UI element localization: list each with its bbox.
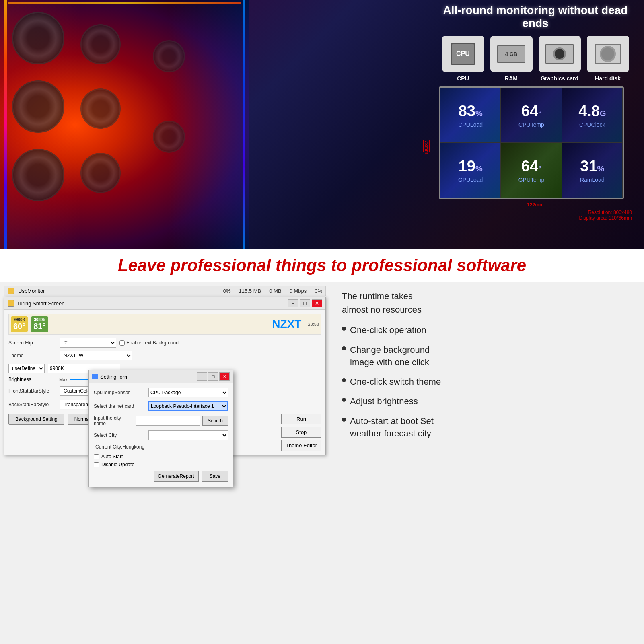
- info-dot-3: [342, 398, 346, 402]
- right-panel: All-round monitoring without dead ends C…: [439, 4, 632, 221]
- resolution-label: Resolution: 800x480: [439, 210, 632, 215]
- width-dimension: 122mm: [527, 202, 543, 208]
- disable-update-checkbox[interactable]: [94, 462, 99, 467]
- taskbar-app-name: UsbMonitor: [18, 288, 45, 294]
- taskbar-icon: [8, 288, 14, 294]
- back-bar-label: BackStatuBarStyle: [8, 402, 57, 407]
- taskbar: UsbMonitor 0% 115.5 MB 0 MB 0 Mbps 0%: [4, 286, 326, 296]
- taskbar-cpu: 0%: [223, 288, 231, 294]
- taskbar-memory: 115.5 MB: [239, 288, 261, 294]
- info-text-3: Adjust brightness: [350, 395, 418, 408]
- harddisk-label: Hard disk: [587, 75, 629, 82]
- cpu-clock-label: CPUClock: [579, 121, 605, 128]
- pc-image: [0, 0, 249, 249]
- net-card-select[interactable]: Loopback Pseudo-Interface 1: [148, 401, 228, 411]
- disable-update-row: Disable Update: [94, 462, 228, 467]
- search-button[interactable]: Search: [202, 416, 228, 426]
- cpu-load-label: CPULoad: [458, 121, 483, 128]
- auto-start-row: Auto Start: [94, 454, 228, 459]
- theme-label: Theme: [8, 353, 57, 358]
- height-dimension: 78mm: [424, 140, 429, 154]
- ram-load-cell: 31 % RamLoad: [562, 143, 623, 198]
- stop-button[interactable]: Stop: [281, 427, 321, 438]
- info-dot-1: [342, 346, 346, 350]
- dialog-controls[interactable]: − □ ✕: [197, 372, 230, 381]
- window-icon: [8, 300, 14, 307]
- theme-editor-button[interactable]: Theme Editor: [281, 440, 321, 451]
- minimize-button[interactable]: −: [288, 299, 298, 307]
- ram-label: RAM: [490, 75, 533, 82]
- cpu-temp-sensor-row: CpuTempSensor CPU Package: [94, 388, 228, 397]
- dialog-minimize-button[interactable]: −: [197, 372, 207, 381]
- dialog-close-button[interactable]: ✕: [219, 372, 230, 381]
- select-city-label: Select City: [94, 432, 146, 438]
- auto-start-checkbox[interactable]: [94, 454, 99, 459]
- cpu-temp-sensor-label: CpuTempSensor: [94, 390, 146, 395]
- city-name-input[interactable]: [136, 416, 200, 426]
- hw-icons-row: CPU 4 GB: [439, 36, 632, 72]
- gpu-load-value: 19: [459, 158, 475, 175]
- cpu-label: CPU: [442, 75, 484, 82]
- preview-gpu-label: 3080ti: [34, 317, 45, 322]
- enable-text-bg-checkbox[interactable]: [119, 340, 125, 346]
- current-city-text: Current City:Hongkong: [95, 444, 228, 450]
- gpu-load-label: GPULoad: [458, 177, 483, 183]
- hdd-icon-box: [587, 36, 629, 72]
- window-titlebar: Turing Smart Screen − □ ✕: [4, 297, 325, 310]
- bottom-section: UsbMonitor 0% 115.5 MB 0 MB 0 Mbps 0% Tu…: [0, 282, 644, 644]
- ram-load-unit: %: [597, 164, 605, 173]
- city-name-label: Input the city name: [94, 415, 133, 426]
- cpu-load-cell: 83 % CPULoad: [440, 88, 501, 143]
- gpu-load-unit: %: [475, 164, 483, 173]
- close-button[interactable]: ✕: [312, 299, 322, 307]
- ram-icon-box: 4 GB: [490, 36, 533, 72]
- save-button[interactable]: Save: [202, 471, 228, 482]
- info-item-2: One-click switch theme: [342, 376, 632, 388]
- taskbar-memory2: 0 MB: [269, 288, 281, 294]
- screen-flip-select[interactable]: 0°: [60, 338, 116, 348]
- app-area: UsbMonitor 0% 115.5 MB 0 MB 0 Mbps 0% Tu…: [0, 282, 330, 644]
- net-card-row: Select the net card Loopback Pseudo-Inte…: [94, 401, 228, 411]
- screen-flip-label: Screen Flip: [8, 340, 57, 346]
- info-text-4: Auto-start at boot Setweather forecast c…: [350, 415, 434, 440]
- info-item-1: Change backgroundimage with one click: [342, 344, 632, 369]
- gpu-load-cell: 19 % GPULoad: [440, 143, 501, 198]
- dialog-maximize-button[interactable]: □: [208, 372, 218, 381]
- theme-row: Theme NZXT_W: [8, 351, 321, 360]
- cpu-clock-value: 4.8: [578, 103, 600, 120]
- user-define-select[interactable]: userDefine1: [8, 364, 45, 373]
- select-city-row: Select City: [94, 430, 228, 440]
- promo-section: Leave professional things to professiona…: [0, 249, 644, 282]
- cpu-temp-sensor-select[interactable]: CPU Package: [148, 388, 228, 397]
- gpu-temp-unit: °: [538, 164, 541, 173]
- info-panel: The runtime takes almost no resources On…: [330, 282, 644, 644]
- runtime-text: The runtime takes almost no resources: [342, 290, 632, 316]
- info-item-3: Adjust brightness: [342, 395, 632, 408]
- info-text-1: Change backgroundimage with one click: [350, 344, 430, 369]
- window-title: Turing Smart Screen: [16, 300, 64, 307]
- screen-flip-row: Screen Flip 0° Enable Text Background: [8, 338, 321, 348]
- maximize-button[interactable]: □: [300, 299, 310, 307]
- preview-gpu-temp: 81°: [33, 322, 45, 331]
- preview-brand: NZXT: [272, 318, 301, 331]
- theme-select[interactable]: NZXT_W: [60, 351, 132, 360]
- info-text-0: One-click operation: [350, 324, 426, 337]
- run-button[interactable]: Run: [281, 414, 321, 424]
- city-name-row: Input the city name Search: [94, 415, 228, 426]
- enable-text-bg-label: Enable Text Background: [119, 340, 179, 346]
- generate-report-button[interactable]: GernerateReport: [154, 471, 199, 482]
- cpu-load-value: 83: [459, 103, 475, 120]
- preview-cpu-temp: 60°: [13, 322, 25, 331]
- cpu-temp-value: 64: [521, 103, 538, 120]
- preview-time: 23:58: [308, 322, 319, 327]
- dialog-title: SettingForm: [100, 374, 129, 380]
- window-controls[interactable]: − □ ✕: [288, 299, 322, 307]
- city-select[interactable]: [148, 430, 228, 440]
- background-setting-button[interactable]: Background Setting: [8, 414, 64, 425]
- taskbar-disk: 0%: [315, 288, 322, 294]
- dialog-titlebar: SettingForm − □ ✕: [89, 370, 233, 383]
- cpu-clock-cell: 4.8 G CPUClock: [562, 88, 623, 143]
- auto-start-label: Auto Start: [101, 454, 123, 459]
- preview-bar: 9900K 60° 3080ti 81° NZXT 23:58: [8, 314, 321, 335]
- ram-load-label: RamLoad: [580, 177, 605, 183]
